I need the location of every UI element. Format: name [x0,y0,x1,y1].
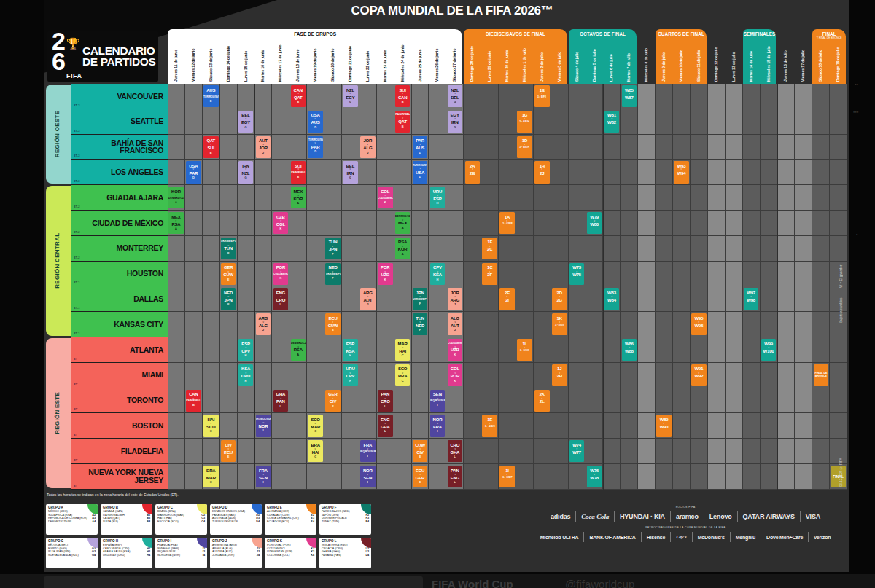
city-row-bah-a-de-san-francisco: BAHÍA DE SAN FRANCISCOET-3 [71,135,168,160]
match-cell: CPVvKSAH [430,263,446,285]
legend-card-b: GRUPO BCANADÁ (CAN)B1ITA/NIR/WAL/BIHB2CA… [101,504,152,535]
grid-cell [359,109,377,135]
grid-cell [203,236,220,262]
match-cell: GERvCIVE [325,390,341,412]
match-cell: W97vW98 [744,288,759,310]
legend-slot-code: I4 [203,554,205,557]
grid-cell [516,160,534,185]
group-letter: D [210,99,212,103]
team-code: UKR/SWE/POL/ALB [326,273,341,275]
grid-cell [656,312,673,337]
versus-mark: v [228,296,229,297]
region-label-1: REGIÓN CENTRAL [54,186,64,336]
grid-cell [238,211,255,236]
grid-cell [604,388,621,414]
grid-cell [412,262,429,287]
legend-team-name: TUR/ROU/SVK/KOS [212,520,238,524]
date-column-label: Sábado 27 de junio [451,44,459,82]
screen-artifact: ▪ [856,232,858,237]
match-cell: TUR/ROU/SVK/KOSvPARD [308,136,323,158]
match-cell: KORvDEN/MKD/CZE/IRLA [168,187,184,208]
versus-mark: v [629,347,630,348]
grid-cell [272,160,289,185]
versus-mark: v [262,422,264,423]
group-letter: H [436,201,438,205]
grid-cell [185,109,203,135]
city-name: BAHÍA DE SAN FRANCISCO [77,139,163,154]
phase-tab-r32: DIECISEISAVOS DE FINAL [464,29,567,84]
grid-cell [778,413,796,439]
grid-cell [534,312,551,337]
date-column-label: Domingo 19 de julio [834,44,843,82]
grid-cell [795,388,812,414]
grid-cell [168,286,185,312]
grid-cell [359,312,377,337]
grid-cell [481,84,499,109]
grid-cell [429,363,447,388]
group-letter: C [314,455,316,458]
city-name: ATLANTA [130,346,163,354]
group-letter: L [454,455,456,458]
grid-cell [516,413,534,439]
city-row-ciudad-de-m-xico: CIUDAD DE MÉXICOET-2 [71,211,168,236]
legend-team-name: DEN/MKD/CZE/IRL [48,520,72,524]
versus-mark: v [750,296,752,297]
match-cell: 2Kv2L [534,390,550,412]
city-row-houston: HOUSTONET-1 [71,262,168,287]
date-column-label: Domingo 28 de junio [468,44,477,82]
grid-cell [185,337,203,363]
grid-cell [464,413,481,439]
grid-cell [220,464,238,490]
match-cell: HAIvSCOC [203,415,219,436]
legend-card-d: GRUPO DESTADOS UNIDOS (USA)D1PARAGUAY (P… [210,504,262,535]
match-cell: W85vW87 [622,85,637,107]
match-cell: 2Av2B [465,161,481,183]
grid-cell [638,211,656,236]
grid-cell [168,337,185,363]
match-cell: NEDvUKR/SWE/POL/ALBF [325,263,341,285]
team-code: W100 [763,349,774,354]
grid-cell [673,312,691,337]
grid-cell [586,109,604,135]
group-letter: D [419,175,421,179]
match-cell: 1Bv3.º E/F/I [534,85,550,107]
grid-cell [324,185,342,211]
grid-cell [429,286,447,312]
grid-cell [272,185,289,211]
versus-mark: v [454,372,456,373]
versus-mark: v [280,270,281,272]
grid-cell [726,236,743,262]
fifa26-logo: 2 6 🏆 FIFA CALENDARIO DE PARTIDOS [47,31,158,82]
team-code: ITA/NIR/WAL/BIH [395,114,410,116]
grid-cell [691,135,708,160]
group-letter: I [437,429,438,433]
grid-cell [708,464,726,490]
grid-cell [778,439,796,464]
versus-mark: v [368,448,369,450]
grid-cell [795,337,812,363]
match-cell: CROvGHAL [448,440,463,462]
grid-cell [656,109,673,135]
grid-cell [604,439,621,464]
team-code: 3.º E/F/I [534,96,549,98]
versus-mark: v [768,347,769,348]
match-cell: CUWvCIVE [413,440,428,462]
versus-mark: v [262,474,264,475]
versus-mark: v [419,474,421,475]
grid-cell [185,363,203,388]
team-code: 2G [556,298,562,303]
grid-cell [812,262,830,287]
grid-cell [604,236,621,262]
legend-team-name: ESCOCIA (SCO) [158,520,179,524]
versus-mark: v [350,372,351,373]
legend-team-name: PANAMÁ (PAN) [322,554,341,557]
grid-cell [638,236,656,262]
grid-cell [673,185,691,211]
match-cell: NZLvBELG [448,85,463,107]
versus-mark: v [280,397,281,399]
caption-bar: FIFA World Cup @fifaworldcup [0,574,875,588]
grid-cell [464,135,481,160]
grid-cell [272,337,289,363]
versus-mark: v [280,220,281,222]
grid-cell [726,413,743,439]
